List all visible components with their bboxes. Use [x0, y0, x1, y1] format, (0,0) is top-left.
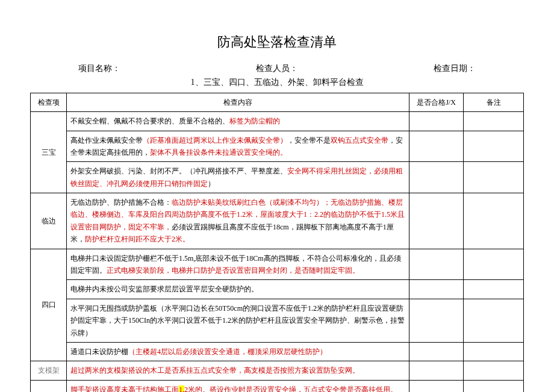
lb-row1: 无临边防护、防护措施不合格：临边防护未贴美纹纸刷红白色（或刷漆不均匀）；无临边防… [67, 193, 409, 249]
subtitle: 1、三宝、四口、五临边、外架、卸料平台检查 [30, 77, 524, 88]
page-title: 防高处坠落检查清单 [30, 33, 524, 51]
header-pass: 是否合格J/X [409, 93, 464, 111]
sk-row4: 通道口未设防护棚（主楼超4层以后必须设置安全通道，棚顶采用双层硬性防护） [67, 342, 409, 361]
cat-zmj: 支模架 [31, 361, 67, 380]
cat-sikou: 四口 [31, 249, 67, 361]
cat-linbian: 临边 [31, 193, 67, 249]
sk-row3: 水平洞口无围挡或防护盖板（水平洞口边长在50T50cm的洞口设置不应低于1.2米… [67, 299, 409, 342]
header-note: 备注 [464, 93, 524, 111]
inspector-label: 检查人员： [256, 63, 298, 74]
zmj-row1: 超过两米的支模架搭设的木工是否系挂五点式安全带，高支模是否按照方案设置防坠安网。 [67, 361, 409, 380]
header-item: 检查项 [31, 93, 67, 111]
date-label: 检查日期： [434, 63, 476, 74]
sb-row1: 不戴安全帽、佩戴不符合要求的、质量不合格的、标签为防尘帽的 [67, 112, 409, 131]
sk-row1: 电梯井口未设固定防护栅栏不低于1.5m,底部未设不低于18Cm高的挡脚板，不符合… [67, 249, 409, 280]
header-content: 检查内容 [67, 93, 409, 111]
info-row: 项目名称： 检查人员： 检查日期： [30, 63, 524, 77]
checklist-table: 检查项 检查内容 是否合格J/X 备注 三宝 不戴安全帽、佩戴不符合要求的、质量… [30, 93, 524, 392]
sk-row2: 电梯井内未按公司安监部要求层层设置平层安全硬防护的。 [67, 280, 409, 299]
sb-row3: 外架安全网破损、污染、封闭不严。（冲孔网搭接不严、平整度差、安全网不得采用扎丝固… [67, 162, 409, 193]
cat-sanbao: 三宝 [31, 112, 67, 193]
cat-waijia: 外架 [31, 380, 67, 392]
project-label: 项目名称： [78, 63, 120, 74]
sb-row2: 高处作业未佩戴安全带（距基准面超过两米以上作业未佩戴安全带），安全带不是双钩五点… [67, 131, 409, 162]
wj-row1: 脚手架搭设高度未高于结构施工面1.2米的。搭设作业时是否设置安全绳，五点式安全带… [67, 380, 409, 392]
